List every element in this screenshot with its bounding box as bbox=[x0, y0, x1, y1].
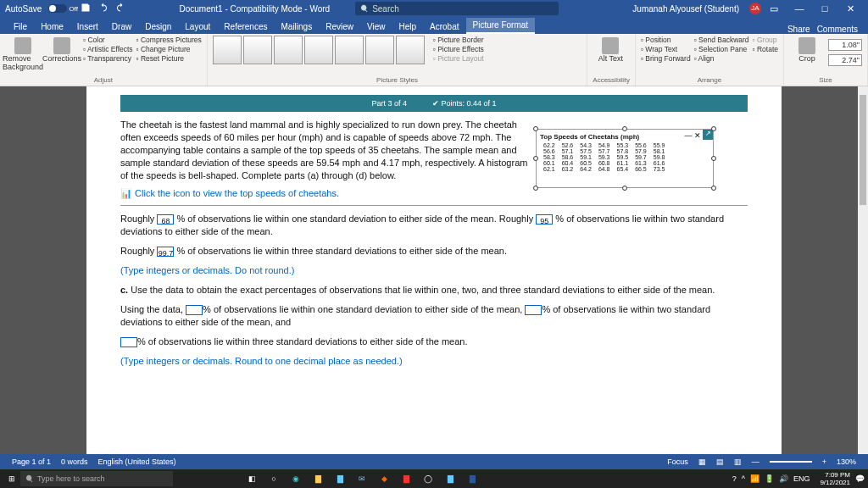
tab-help[interactable]: Help bbox=[392, 19, 423, 34]
compress-pictures-button[interactable]: Compress Pictures bbox=[136, 36, 202, 44]
volume-icon[interactable]: 🔊 bbox=[779, 474, 788, 483]
ribbon-options-icon[interactable]: ▭ bbox=[761, 3, 787, 14]
taskbar-search[interactable]: Type here to search bbox=[20, 471, 173, 486]
app-icon[interactable]: ◆ bbox=[374, 471, 394, 486]
save-icon[interactable] bbox=[81, 3, 91, 13]
comments-button[interactable]: Comments bbox=[817, 25, 858, 34]
user-name[interactable]: Jumanah Alyousef (Student) bbox=[632, 4, 739, 14]
edge-icon[interactable]: ◉ bbox=[286, 471, 306, 486]
scrollbar[interactable] bbox=[858, 86, 868, 454]
word-icon[interactable]: ▇ bbox=[462, 471, 482, 486]
answer-c1[interactable] bbox=[186, 305, 203, 315]
office-icon[interactable]: ▇ bbox=[396, 471, 416, 486]
answer-68[interactable]: 68 bbox=[157, 214, 174, 225]
data-table: 62.252.654.354.955.355.655.956.657.157.5… bbox=[540, 142, 668, 172]
tab-home[interactable]: Home bbox=[34, 19, 70, 34]
picture-layout-button: Picture Layout bbox=[433, 54, 484, 63]
remove-background-button[interactable]: Remove Background bbox=[5, 36, 41, 71]
cortana-icon[interactable]: ○ bbox=[264, 471, 284, 486]
chevron-up-icon[interactable]: ^ bbox=[742, 474, 745, 483]
tab-draw[interactable]: Draw bbox=[105, 19, 138, 34]
selection-pane-button[interactable]: Selection Pane bbox=[694, 45, 749, 53]
title-search[interactable]: Search bbox=[355, 2, 559, 15]
battery-icon[interactable]: 🔋 bbox=[765, 474, 774, 483]
position-button[interactable]: Position bbox=[641, 36, 691, 44]
explorer-icon[interactable]: ▇ bbox=[308, 471, 328, 486]
answer-c2[interactable] bbox=[525, 305, 542, 315]
chrome-icon[interactable]: ◯ bbox=[418, 471, 438, 486]
tab-layout[interactable]: Layout bbox=[178, 19, 217, 34]
tab-view[interactable]: View bbox=[360, 19, 392, 34]
status-bar: Page 1 of 1 0 words English (United Stat… bbox=[0, 454, 868, 469]
wifi-icon[interactable]: 📶 bbox=[750, 474, 760, 483]
crop-button[interactable]: Crop bbox=[789, 36, 825, 66]
width-input[interactable]: 2.74" bbox=[828, 54, 862, 66]
document-area: Part 3 of 4✔ Points: 0.44 of 1 The cheet… bbox=[0, 86, 868, 454]
autosave-toggle[interactable] bbox=[48, 4, 67, 13]
zoom-value[interactable]: 130% bbox=[837, 458, 856, 466]
selected-picture[interactable]: Top Speeds of Cheetahs (mph) — ✕ ↗ 62.25… bbox=[536, 129, 714, 188]
system-tray[interactable]: ? ^ 📶 🔋 🔊 ENG 7:09 PM9/12/2021 💬 bbox=[732, 471, 865, 486]
artistic-effects-button[interactable]: Artistic Effects bbox=[83, 45, 133, 53]
tab-design[interactable]: Design bbox=[138, 19, 178, 34]
language-indicator[interactable]: English (United States) bbox=[98, 458, 176, 466]
zoom-out-icon[interactable]: — bbox=[752, 458, 760, 466]
bring-forward-button[interactable]: Bring Forward bbox=[641, 54, 691, 63]
corrections-button[interactable]: Corrections bbox=[44, 36, 80, 71]
maximize-icon[interactable]: □ bbox=[812, 3, 837, 14]
task-view-icon[interactable]: ◧ bbox=[242, 471, 262, 486]
picture-border-button[interactable]: Picture Border bbox=[433, 36, 484, 44]
paint-icon[interactable]: ▇ bbox=[440, 471, 460, 486]
color-button[interactable]: Color bbox=[83, 36, 133, 44]
tab-review[interactable]: Review bbox=[319, 19, 360, 34]
using-line: Using the data, % of observations lie wi… bbox=[120, 303, 748, 329]
notifications-icon[interactable]: 💬 bbox=[855, 474, 865, 483]
word-count[interactable]: 0 words bbox=[61, 458, 88, 466]
tab-references[interactable]: References bbox=[217, 19, 274, 34]
help-icon[interactable]: ? bbox=[732, 474, 737, 483]
answer-c3[interactable] bbox=[120, 337, 137, 347]
popup-close-icon[interactable]: — ✕ bbox=[684, 131, 701, 140]
tab-file[interactable]: File bbox=[7, 19, 34, 34]
popup-expand-icon[interactable]: ↗ bbox=[703, 130, 713, 140]
avatar[interactable]: JA bbox=[749, 3, 761, 14]
minimize-icon[interactable]: — bbox=[787, 3, 812, 14]
undo-icon[interactable] bbox=[98, 3, 108, 13]
transparency-button[interactable]: Transparency bbox=[83, 54, 133, 63]
answer-997[interactable]: 99.7 bbox=[157, 247, 174, 257]
change-picture-button[interactable]: Change Picture bbox=[136, 45, 202, 53]
view-data-icon[interactable]: 📊 bbox=[120, 188, 132, 198]
tab-mailings[interactable]: Mailings bbox=[274, 19, 319, 34]
picture-effects-button[interactable]: Picture Effects bbox=[433, 45, 484, 53]
view-print-icon[interactable]: ▦ bbox=[698, 458, 706, 466]
rotate-button[interactable]: Rotate bbox=[753, 45, 778, 53]
clock[interactable]: 7:09 PM9/12/2021 bbox=[820, 471, 850, 486]
send-backward-button[interactable]: Send Backward bbox=[694, 36, 749, 44]
zoom-in-icon[interactable]: + bbox=[822, 458, 826, 466]
store-icon[interactable]: ▇ bbox=[330, 471, 350, 486]
tab-acrobat[interactable]: Acrobat bbox=[423, 19, 465, 34]
mail-icon[interactable]: ✉ bbox=[352, 471, 372, 486]
close-icon[interactable]: ✕ bbox=[837, 3, 863, 14]
search-icon bbox=[360, 4, 369, 13]
redo-icon[interactable] bbox=[115, 3, 125, 13]
height-input[interactable]: 1.08" bbox=[828, 39, 862, 51]
align-button[interactable]: Align bbox=[694, 54, 749, 63]
share-button[interactable]: Share bbox=[787, 25, 810, 34]
answer-95[interactable]: 95 bbox=[536, 214, 553, 225]
view-data-link[interactable]: Click the icon to view the top speeds of… bbox=[135, 188, 339, 198]
wrap-text-button[interactable]: Wrap Text bbox=[641, 45, 691, 53]
page-indicator[interactable]: Page 1 of 1 bbox=[12, 458, 51, 466]
view-read-icon[interactable]: ▤ bbox=[716, 458, 724, 466]
alt-text-button[interactable]: Alt Text bbox=[593, 36, 628, 63]
lang-indicator[interactable]: ENG bbox=[793, 474, 810, 483]
view-web-icon[interactable]: ▥ bbox=[734, 458, 742, 466]
problem-text: The cheetah is the fastest land mammal a… bbox=[120, 119, 536, 182]
picture-styles-gallery[interactable] bbox=[213, 36, 425, 64]
zoom-slider[interactable] bbox=[770, 461, 812, 463]
tab-insert[interactable]: Insert bbox=[70, 19, 105, 34]
start-icon[interactable]: ⊞ bbox=[3, 474, 20, 483]
reset-picture-button[interactable]: Reset Picture bbox=[136, 54, 202, 63]
tab-picture-format[interactable]: Picture Format bbox=[466, 18, 536, 34]
focus-mode[interactable]: Focus bbox=[667, 458, 688, 466]
